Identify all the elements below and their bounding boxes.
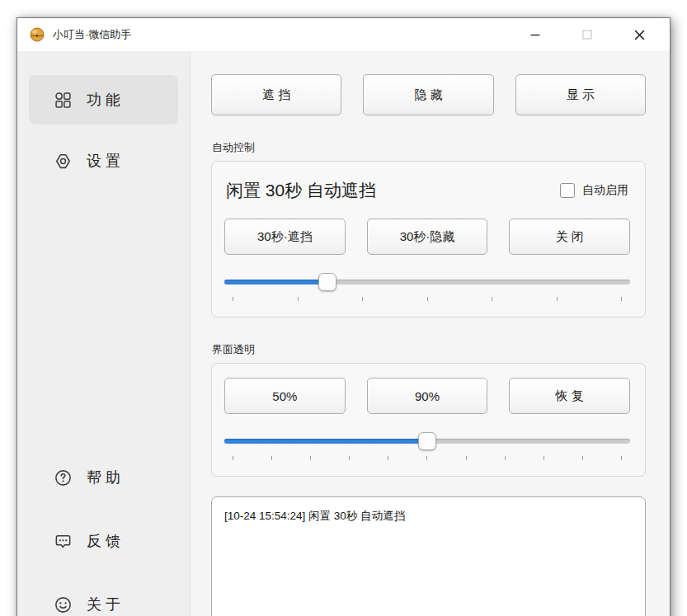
main-panel: 遮 挡 隐 藏 显 示 自动控制 闲置 30秒 自动遮挡 自动启用 30秒·遮挡 xyxy=(191,51,670,616)
sidebar-item-help[interactable]: 帮 助 xyxy=(29,458,178,496)
idle-slider-ticks xyxy=(224,297,630,302)
auto-control-buttons: 30秒·遮挡 30秒·隐藏 关 闭 xyxy=(224,219,630,255)
idle-time-slider[interactable] xyxy=(224,273,630,291)
maximize-button[interactable] xyxy=(568,22,606,47)
slider-fill xyxy=(224,439,427,444)
slider-fill xyxy=(224,280,327,284)
auto-enable-label: 自动启用 xyxy=(582,183,628,198)
tick-mark xyxy=(466,456,467,460)
log-output[interactable]: [10-24 15:54:24] 闲置 30秒 自动遮挡 xyxy=(211,496,646,616)
close-icon xyxy=(633,29,646,41)
tick-mark xyxy=(298,297,299,301)
opacity-restore-button[interactable]: 恢 复 xyxy=(509,378,630,414)
transparency-buttons: 50% 90% 恢 复 xyxy=(224,378,630,414)
about-icon xyxy=(54,595,73,614)
tick-mark xyxy=(349,456,350,460)
tick-mark xyxy=(233,297,233,301)
feedback-icon xyxy=(54,532,73,551)
bell-app-icon xyxy=(29,26,45,43)
close-button[interactable] xyxy=(620,22,658,47)
auto-enable-checkbox-wrap[interactable]: 自动启用 xyxy=(560,183,628,198)
title-bar[interactable]: 小叮当·微信助手 xyxy=(17,18,670,51)
tick-mark xyxy=(426,456,427,460)
block-button[interactable]: 遮 挡 xyxy=(211,74,341,115)
sidebar-item-features[interactable]: 功 能 xyxy=(29,75,178,125)
tick-mark xyxy=(492,297,492,301)
sidebar-item-label: 设 置 xyxy=(87,151,120,171)
quick-actions-row: 遮 挡 隐 藏 显 示 xyxy=(211,74,646,115)
opacity-50-button[interactable]: 50% xyxy=(224,378,346,414)
auto-control-group: 闲置 30秒 自动遮挡 自动启用 30秒·遮挡 30秒·隐藏 关 闭 xyxy=(211,161,646,317)
transparency-label: 界面透明 xyxy=(212,342,646,357)
slider-thumb[interactable] xyxy=(418,432,436,450)
show-button[interactable]: 显 示 xyxy=(515,74,646,115)
sidebar-item-settings[interactable]: 设 置 xyxy=(29,136,178,186)
opacity-90-button[interactable]: 90% xyxy=(367,378,488,414)
auto-block-30s-button[interactable]: 30秒·遮挡 xyxy=(224,219,346,255)
help-icon xyxy=(54,468,73,487)
app-window: 小叮当·微信助手 xyxy=(16,17,671,616)
sidebar-item-feedback[interactable]: 反 馈 xyxy=(29,522,178,560)
tick-mark xyxy=(427,297,428,301)
settings-icon xyxy=(54,152,73,171)
tick-mark xyxy=(543,456,544,460)
grid-icon xyxy=(54,91,73,110)
window-controls xyxy=(502,22,658,47)
tick-mark xyxy=(271,456,272,460)
tick-mark xyxy=(557,297,558,301)
tick-mark xyxy=(582,456,583,460)
tick-mark xyxy=(621,456,622,460)
auto-off-button[interactable]: 关 闭 xyxy=(509,219,630,255)
tick-mark xyxy=(310,456,311,460)
sidebar-item-about[interactable]: 关 于 xyxy=(29,585,178,616)
auto-enable-checkbox[interactable] xyxy=(560,183,575,198)
sidebar-spacer xyxy=(29,186,178,458)
tick-mark xyxy=(362,297,363,301)
tick-mark xyxy=(388,456,388,460)
sidebar-item-label: 功 能 xyxy=(87,90,120,110)
opacity-slider-ticks xyxy=(224,456,630,461)
sidebar-item-label: 帮 助 xyxy=(87,468,120,487)
auto-control-label: 自动控制 xyxy=(212,140,646,155)
desktop-canvas: 小叮当·微信助手 xyxy=(0,0,687,616)
auto-hide-30s-button[interactable]: 30秒·隐藏 xyxy=(367,219,488,255)
tick-mark xyxy=(233,456,233,460)
hide-button[interactable]: 隐 藏 xyxy=(363,74,493,115)
minimize-button[interactable] xyxy=(516,22,554,47)
log-line: [10-24 15:54:24] 闲置 30秒 自动遮挡 xyxy=(224,508,633,524)
window-title: 小叮当·微信助手 xyxy=(53,27,131,42)
maximize-icon xyxy=(581,29,593,40)
sidebar: 功 能 设 置 帮 助 xyxy=(17,51,191,616)
transparency-group: 50% 90% 恢 复 xyxy=(211,363,646,477)
minimize-icon xyxy=(529,29,541,40)
tick-mark xyxy=(505,456,506,460)
slider-thumb[interactable] xyxy=(318,273,336,291)
auto-control-status: 闲置 30秒 自动遮挡 xyxy=(226,179,376,202)
sidebar-item-label: 反 馈 xyxy=(87,531,120,551)
opacity-slider[interactable] xyxy=(224,432,630,450)
tick-mark xyxy=(621,297,622,301)
sidebar-item-label: 关 于 xyxy=(87,595,120,614)
